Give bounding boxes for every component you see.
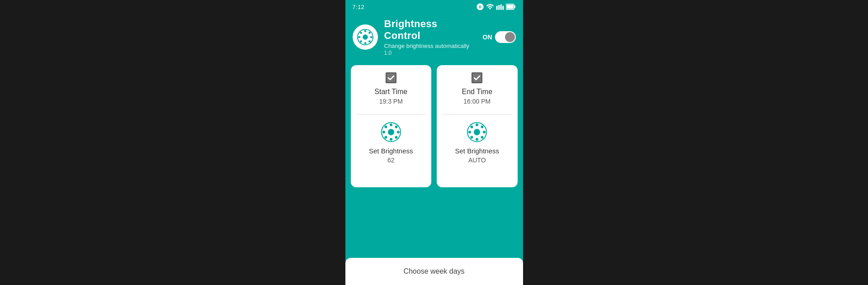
power-toggle[interactable] [495,31,516,43]
app-title: Brightness Control [384,18,476,42]
end-brightness-icon [467,122,487,142]
end-time-label: End Time [462,88,492,96]
end-brightness-value: AUTO [468,157,486,164]
bottom-bar[interactable]: Choose week days [345,258,523,285]
svg-point-24 [474,129,480,135]
svg-point-14 [388,129,394,135]
svg-point-6 [364,42,366,44]
start-brightness-icon [381,122,401,142]
svg-point-22 [384,136,387,139]
app-logo [353,24,378,50]
status-icons [476,3,516,11]
start-brightness-value: 62 [387,157,395,164]
end-card-divider [442,114,512,114]
svg-point-27 [468,131,471,133]
app-subtitle: Change brightness automatically [384,43,476,49]
start-time-value: 19:3 PM [379,98,403,105]
toggle-knob [505,32,515,42]
start-time-card[interactable]: Start Time 19:3 PM Set Brightness [351,65,432,187]
checkmark-icon-2 [473,74,481,81]
svg-point-10 [368,40,371,43]
svg-point-18 [397,131,400,133]
start-time-label: Start Time [374,88,407,96]
app-header: Brightness Control Change brightness aut… [345,13,523,63]
brightness-logo-icon [357,28,374,46]
end-brightness-label: Set Brightness [455,147,499,155]
status-bar: 7:12 [345,0,523,13]
svg-point-12 [360,40,362,43]
svg-point-7 [358,36,360,38]
svg-point-25 [476,124,478,126]
end-time-checkbox[interactable] [472,72,482,83]
end-time-value: 16:00 PM [463,98,491,105]
end-time-card[interactable]: End Time 16:00 PM Set Brightness [437,65,518,187]
svg-point-16 [390,138,392,141]
svg-point-19 [384,126,387,128]
battery-icon [506,4,516,10]
svg-point-8 [370,36,372,38]
signal-icon [496,3,504,11]
svg-point-4 [363,34,368,39]
data-saver-icon [476,3,484,11]
svg-point-5 [364,30,366,32]
phone-container: 7:12 [345,0,523,285]
svg-point-21 [395,126,397,128]
svg-point-32 [471,136,473,139]
svg-point-30 [481,136,484,139]
svg-point-17 [382,131,385,133]
svg-point-15 [390,124,392,126]
svg-point-26 [476,138,478,141]
svg-rect-2 [506,5,513,9]
status-time: 7:12 [353,4,365,10]
svg-point-31 [481,126,484,128]
svg-point-29 [471,126,473,128]
cards-area: Start Time 19:3 PM Set Brightness [345,65,523,187]
svg-point-11 [368,32,371,34]
start-brightness-label: Set Brightness [369,147,413,155]
app-version: 1.0 [384,50,476,56]
choose-weekdays-label: Choose week days [403,267,464,276]
svg-point-9 [360,32,362,34]
svg-rect-1 [514,5,515,8]
svg-point-28 [483,131,486,133]
app-info: Brightness Control Change brightness aut… [384,18,476,56]
checkmark-icon [387,74,395,81]
start-card-divider [356,114,426,114]
toggle-label: ON [483,33,492,41]
svg-point-20 [395,136,397,139]
toggle-area[interactable]: ON [483,31,516,43]
wifi-icon [486,3,494,11]
start-time-checkbox[interactable] [386,72,396,83]
